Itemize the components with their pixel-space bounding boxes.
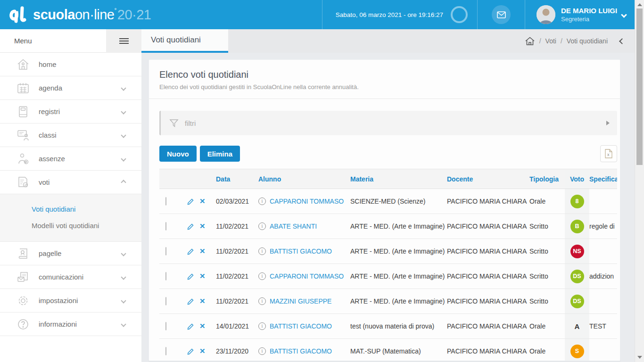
row-checkbox[interactable] [165,222,166,230]
cell-data: 11/02/2021 [216,289,258,314]
cell-materia: ARTE - MED. (Arte e Immagine) [350,214,447,239]
scroll-down-arrow-icon[interactable] [637,356,642,359]
col-materia[interactable]: Materia [350,169,447,189]
filters-bar[interactable]: filtri [159,111,617,135]
sidebar-item-informazioni[interactable]: informazioni [0,313,141,336]
col-tipologia[interactable]: Tipologia [529,169,565,189]
filters-expand-arrow-icon[interactable] [606,121,610,125]
delete-x-icon[interactable]: ✕ [199,272,206,280]
info-icon[interactable]: i [258,222,266,230]
student-link[interactable]: CAPPARONI TOMMASO [270,197,344,205]
cell-tipologia: Orale [529,189,565,214]
chevron-down-icon [121,85,126,90]
delete-x-icon[interactable]: ✕ [199,297,206,305]
sidebar-item-pagelle[interactable]: pagelle [0,242,141,265]
table-row: ✕ 11/02/2021 i MAZZINI GIUSEPPE ARTE - M… [159,289,617,314]
sidebar-item-impostazioni[interactable]: impostazioni [0,289,141,313]
scrollbar-thumb[interactable] [636,8,643,165]
table-row: ✕ 23/11/2020 i BATTISTI GIACOMO MAT.-SUP… [159,339,617,362]
sidebar-item-modelli-voti-quotidiani[interactable]: Modelli voti quotidiani [0,217,141,234]
voto-badge: S [570,345,584,358]
student-link[interactable]: BATTISTI GIACOMO [270,322,332,330]
browser-scrollbar[interactable] [635,0,644,362]
info-icon[interactable]: i [258,322,266,330]
export-excel-button[interactable]: x [600,145,617,162]
breadcrumb-home-icon[interactable] [525,36,535,46]
col-voto[interactable]: Voto [565,169,589,189]
info-icon[interactable]: i [258,347,266,355]
student-link[interactable]: BATTISTI GIACOMO [270,247,332,255]
gear-icon [16,294,30,308]
breadcrumb-voti-quotidiani[interactable]: Voti quotidiani [567,37,608,45]
sidebar-item-agenda[interactable]: agenda [0,76,141,100]
row-checkbox[interactable] [165,322,166,330]
sidebar-item-assenze[interactable]: assenze [0,147,141,171]
col-actions [187,169,216,189]
cell-specifica: addizion [589,264,617,289]
cell-materia: MAT.-SUP (Matematica) [350,339,447,362]
communications-icon [16,270,30,284]
sidebar: Menu home agenda [0,29,141,362]
col-data[interactable]: Data [216,169,258,189]
row-checkbox[interactable] [165,272,166,280]
scroll-up-arrow-icon[interactable] [637,3,642,6]
col-docente[interactable]: Docente [447,169,529,189]
nuovo-button[interactable]: Nuovo [159,146,197,162]
user-role: Segreteria [561,16,622,23]
breadcrumb-collapse-chevron-icon[interactable] [619,38,625,44]
info-icon[interactable]: i [258,197,266,205]
col-select [159,169,187,189]
delete-x-icon[interactable]: ✕ [199,247,206,255]
col-alunno[interactable]: Alunno [258,169,350,189]
row-checkbox[interactable] [165,347,166,355]
edit-pencil-icon[interactable] [187,272,195,280]
student-link[interactable]: MAZZINI GIUSEPPE [270,297,331,305]
cell-specifica [589,339,617,362]
datetime-text: Sabato, 06 marzo 2021 - ore 19:16:27 [336,11,443,18]
table-body: ✕ 02/03/2021 i CAPPARONI TOMMASO SCIENZE… [159,189,617,362]
breadcrumb-voti[interactable]: Voti [545,37,556,45]
cell-materia: SCIENZE-MED (Scienze) [350,189,447,214]
cell-materia: test (nuova materia di prova) [350,314,447,339]
info-icon[interactable]: i [258,272,266,280]
sidebar-item-voti-quotidiani[interactable]: Voti quotidiani [0,201,141,217]
student-link[interactable]: BATTISTI GIACOMO [270,347,332,355]
tab-voti-quotidiani[interactable]: Voti quotidiani [141,29,228,53]
sidebar-item-label: agenda [39,84,122,92]
sidebar-item-classi[interactable]: classi [0,123,141,147]
edit-pencil-icon[interactable] [187,347,195,355]
row-checkbox[interactable] [165,297,166,305]
row-checkbox[interactable] [165,197,166,206]
grades-document-check-icon [16,175,30,189]
edit-pencil-icon[interactable] [187,247,195,255]
edit-pencil-icon[interactable] [187,322,195,330]
student-link[interactable]: ABATE SHANTI [270,222,317,230]
messages-button[interactable] [492,5,511,24]
sidebar-item-home[interactable]: home [0,53,141,76]
sidebar-item-voti[interactable]: voti [0,171,141,194]
edit-pencil-icon[interactable] [187,222,195,230]
edit-pencil-icon[interactable] [187,197,195,206]
table-row: ✕ 11/02/2021 i ABATE SHANTI ARTE - MED. … [159,214,617,239]
cell-docente: PACIFICO MARIA CHIARA [447,214,529,239]
row-checkbox[interactable] [165,247,166,255]
delete-x-icon[interactable]: ✕ [199,197,206,206]
info-icon[interactable]: i [258,247,266,255]
sidebar-item-comunicazioni[interactable]: comunicazioni [0,265,141,289]
elimina-button[interactable]: Elimina [200,146,240,162]
brand[interactable]: scuolaon·line°20·21 [0,0,322,29]
sidebar-item-registri[interactable]: registri [0,100,141,123]
cell-tipologia: Scritto [529,239,565,264]
delete-x-icon[interactable]: ✕ [199,347,206,355]
cell-docente: PACIFICO MARIA CHIARA [447,264,529,289]
delete-x-icon[interactable]: ✕ [199,322,206,330]
cell-materia: ARTE - MED. (Arte e Immagine) [350,239,447,264]
sidebar-toggle-button[interactable] [106,29,141,53]
edit-pencil-icon[interactable] [187,297,195,305]
delete-x-icon[interactable]: ✕ [199,222,206,230]
col-specifica[interactable]: Specifica [589,169,617,189]
header-user-section[interactable]: DE MARIO LUIGI Segreteria [525,0,635,29]
info-icon[interactable]: i [258,297,266,305]
student-link[interactable]: CAPPARONI TOMMASO [270,272,344,280]
user-menu-chevron-down-icon[interactable] [621,12,627,18]
